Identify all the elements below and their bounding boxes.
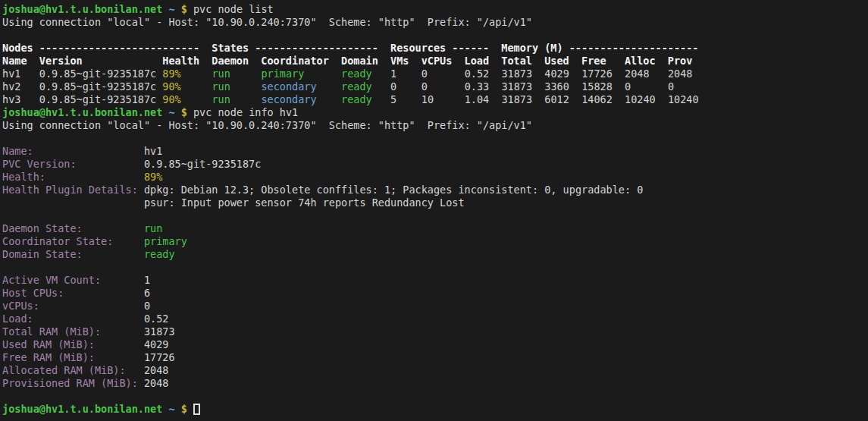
prompt-cwd: ~: [162, 3, 180, 15]
node-coordinator-state: secondary: [261, 80, 341, 93]
node-vcpus: 0: [421, 80, 465, 93]
info-row-health: Health: 89%: [2, 171, 868, 184]
node-mem-total: 31873: [501, 80, 544, 93]
node-mem-prov: 2048: [668, 68, 693, 80]
info-row-daemon-state: Daemon State: run: [2, 222, 868, 235]
prompt-symbol: $: [181, 3, 193, 15]
table-column-header-line: Name Version Health Daemon Coordinator D…: [2, 55, 868, 68]
prompt-cwd: ~: [162, 106, 180, 118]
info-value-load: 0.52: [144, 313, 169, 325]
node-mem-free: 17726: [581, 68, 625, 80]
table-group-headers: Nodes -------------------------- States …: [2, 42, 698, 54]
node-mem-free: 15828: [581, 80, 625, 93]
info-row-health-plugin-psur: psur: Input power sensor 74h reports Red…: [2, 196, 868, 209]
node-health: 90%: [162, 93, 212, 105]
blank-line: [2, 132, 868, 145]
node-mem-free: 14062: [581, 93, 625, 105]
connection-info: Using connection "local" - Host: "10.90.…: [2, 119, 532, 131]
node-health: 89%: [162, 68, 212, 80]
node-domain-state: ready: [341, 68, 390, 80]
blank-line: [2, 390, 868, 403]
info-label-name: Name:: [2, 145, 144, 157]
connection-info-line: Using connection "local" - Host: "10.90.…: [2, 119, 868, 132]
info-label-host-cpus: Host CPUs:: [2, 287, 144, 299]
info-value-coordinator-state: primary: [144, 235, 187, 247]
node-mem-used: 6012: [544, 93, 581, 105]
terminal-screen[interactable]: joshua@hv1.t.u.bonilan.net ~ $ pvc node …: [0, 0, 868, 416]
info-value-pvc-version: 0.9.85~git-9235187c: [144, 158, 261, 170]
prompt-user-host: joshua@hv1.t.u.bonilan.net: [2, 403, 162, 415]
node-row-hv1: hv1 0.9.85~git-9235187c 89% run primary …: [2, 68, 868, 80]
info-label-health-plugin-details: Health Plugin Details:: [2, 184, 144, 196]
node-row-hv3: hv3 0.9.85~git-9235187c 90% run secondar…: [2, 93, 868, 106]
info-row-name: Name: hv1: [2, 145, 868, 158]
prompt-user-host: joshua@hv1.t.u.bonilan.net: [2, 106, 162, 118]
prompt-user-host: joshua@hv1.t.u.bonilan.net: [2, 3, 162, 15]
info-value-total-ram: 31873: [144, 325, 175, 338]
node-daemon-state: run: [212, 80, 261, 93]
info-label-daemon-state: Daemon State:: [2, 222, 144, 234]
info-row-vcpus: vCPUs: 0: [2, 300, 868, 313]
info-value-health-plugin-dpkg: dpkg: Debian 12.3; Obsolete conffiles: 1…: [144, 184, 643, 196]
prompt-line-2: joshua@hv1.t.u.bonilan.net ~ $ pvc node …: [2, 106, 868, 119]
command-pvc-node-list: pvc node list: [193, 3, 274, 15]
info-value-provisioned-ram: 2048: [144, 377, 169, 389]
table-column-headers: Name Version Health Daemon Coordinator D…: [2, 55, 692, 67]
info-value-health: 89%: [144, 171, 162, 183]
node-vms: 5: [390, 93, 421, 105]
info-row-coordinator-state: Coordinator State: primary: [2, 235, 868, 248]
table-group-header-line: Nodes -------------------------- States …: [2, 42, 868, 55]
info-value-host-cpus: 6: [144, 287, 150, 299]
node-vcpus: 0: [421, 68, 465, 80]
info-row-used-ram: Used RAM (MiB): 4029: [2, 338, 868, 351]
info-value-health-plugin-psur: psur: Input power sensor 74h reports Red…: [144, 196, 465, 209]
node-mem-total: 31873: [501, 93, 544, 105]
blank-line: [2, 29, 868, 42]
terminal-cursor: [193, 404, 200, 415]
node-mem-prov: 0: [668, 80, 674, 93]
node-vms: 0: [390, 80, 421, 93]
node-daemon-state: run: [212, 68, 261, 80]
info-row-domain-state: Domain State: ready: [2, 248, 868, 261]
info-value-vcpus: 0: [144, 300, 150, 312]
info-value-active-vm-count: 1: [144, 274, 150, 286]
node-mem-alloc: 0: [625, 80, 668, 93]
node-domain-state: ready: [341, 93, 390, 105]
info-row-pvc-version: PVC Version: 0.9.85~git-9235187c: [2, 158, 868, 171]
node-mem-total: 31873: [501, 68, 544, 80]
node-vms: 1: [390, 68, 421, 80]
node-version: 0.9.85~git-9235187c: [39, 93, 163, 105]
prompt-cwd: ~: [162, 403, 180, 415]
info-value-free-ram: 17726: [144, 351, 175, 363]
info-label-health: Health:: [2, 171, 144, 183]
info-value-domain-state: ready: [144, 248, 175, 260]
info-indent: [2, 196, 144, 209]
node-daemon-state: run: [212, 93, 261, 105]
node-coordinator-state: secondary: [261, 93, 341, 105]
info-row-load: Load: 0.52: [2, 313, 868, 325]
node-row-hv2: hv2 0.9.85~git-9235187c 90% run secondar…: [2, 80, 868, 93]
node-mem-used: 3360: [544, 80, 581, 93]
info-label-domain-state: Domain State:: [2, 248, 144, 260]
info-row-host-cpus: Host CPUs: 6: [2, 287, 868, 300]
node-name: hv3: [2, 93, 39, 105]
node-domain-state: ready: [341, 80, 390, 93]
info-label-vcpus: vCPUs:: [2, 300, 144, 312]
blank-line: [2, 261, 868, 274]
info-row-provisioned-ram: Provisioned RAM (MiB): 2048: [2, 377, 868, 390]
node-mem-alloc: 2048: [625, 68, 668, 80]
node-mem-prov: 10240: [668, 93, 699, 105]
prompt-symbol: $: [181, 106, 193, 118]
info-row-health-plugin-details: Health Plugin Details: dpkg: Debian 12.3…: [2, 184, 868, 196]
info-row-active-vm-count: Active VM Count: 1: [2, 274, 868, 287]
prompt-line-1: joshua@hv1.t.u.bonilan.net ~ $ pvc node …: [2, 3, 868, 16]
node-version: 0.9.85~git-9235187c: [39, 68, 163, 80]
info-row-total-ram: Total RAM (MiB): 31873: [2, 325, 868, 338]
info-label-provisioned-ram: Provisioned RAM (MiB):: [2, 377, 144, 389]
node-load: 0.33: [465, 80, 502, 93]
info-row-free-ram: Free RAM (MiB): 17726: [2, 351, 868, 364]
node-name: hv1: [2, 68, 39, 80]
prompt-symbol: $: [181, 403, 193, 415]
info-value-name: hv1: [144, 145, 162, 157]
command-pvc-node-info: pvc node info hv1: [193, 106, 298, 118]
